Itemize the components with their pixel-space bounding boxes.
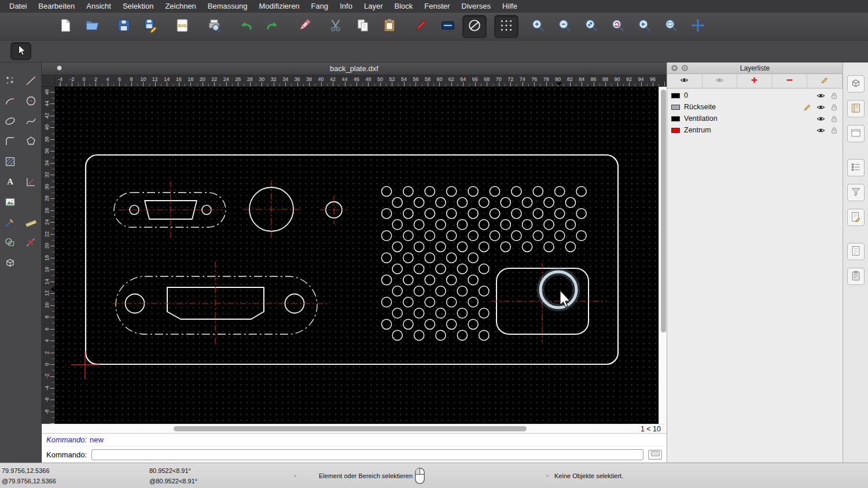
menu-bemassung[interactable]: Bemassung bbox=[202, 0, 253, 13]
zoom-auto-button[interactable] bbox=[579, 15, 604, 38]
line-attributes-button[interactable] bbox=[436, 15, 460, 38]
copy-button[interactable] bbox=[351, 15, 375, 38]
layer-visibility-icon[interactable] bbox=[816, 91, 825, 100]
remove-layer-button[interactable] bbox=[773, 74, 808, 88]
menu-selektion[interactable]: Selektion bbox=[117, 0, 159, 13]
show-all-layers-button[interactable] bbox=[667, 74, 703, 88]
document-titlebar[interactable]: back_plate.dxf bbox=[42, 62, 667, 75]
dock-window-button[interactable] bbox=[847, 125, 865, 142]
export-svg-button[interactable]: SVG bbox=[170, 15, 194, 38]
menu-block[interactable]: Block bbox=[388, 0, 418, 13]
menu-datei[interactable]: Datei bbox=[3, 0, 32, 13]
cut-button[interactable] bbox=[324, 15, 348, 38]
zoom-redraw-icon bbox=[610, 18, 626, 35]
layer-row-ventilation[interactable]: Ventilation bbox=[667, 113, 843, 124]
hatch-tool[interactable] bbox=[1, 153, 20, 172]
layer-name: Ventilation bbox=[684, 114, 812, 123]
menu-fang[interactable]: Fang bbox=[306, 0, 334, 13]
layer-lock-icon[interactable] bbox=[829, 125, 838, 135]
menu-layer[interactable]: Layer bbox=[358, 0, 389, 13]
paste-button[interactable] bbox=[377, 15, 402, 38]
measure-tool[interactable] bbox=[21, 213, 41, 232]
menu-ansicht[interactable]: Ansicht bbox=[80, 0, 117, 13]
zoom-redraw-button[interactable] bbox=[606, 15, 630, 38]
circle-tool[interactable] bbox=[21, 92, 41, 111]
layer-lock-icon[interactable] bbox=[829, 102, 838, 112]
zoom-pan-button[interactable] bbox=[686, 15, 710, 38]
polyline-tool[interactable] bbox=[1, 132, 20, 151]
zoom-previous-button[interactable] bbox=[632, 15, 657, 38]
zoom-in-button[interactable] bbox=[526, 15, 550, 38]
menu-bearbeiten[interactable]: Bearbeiten bbox=[32, 0, 80, 13]
edit-layer-button[interactable] bbox=[807, 74, 843, 88]
layer-row-rückseite[interactable]: Rückseite bbox=[667, 101, 843, 113]
ellipse-tool[interactable] bbox=[1, 112, 20, 131]
layer-lock-icon[interactable] bbox=[829, 114, 838, 123]
open-file-button[interactable] bbox=[80, 15, 104, 38]
edit-attributes-button[interactable] bbox=[409, 15, 433, 38]
panel-close-button[interactable] bbox=[670, 64, 678, 72]
panel-float-button[interactable] bbox=[681, 64, 689, 72]
hide-all-layers-button[interactable] bbox=[703, 74, 738, 88]
layer-visibility-icon[interactable] bbox=[816, 102, 825, 112]
modify-tool[interactable] bbox=[1, 213, 20, 232]
new-document-button[interactable] bbox=[53, 15, 78, 38]
undo-icon bbox=[238, 18, 253, 35]
scissors-icon bbox=[329, 18, 344, 35]
dock-properties-button[interactable] bbox=[847, 209, 865, 226]
dock-block-button[interactable] bbox=[847, 75, 865, 93]
point-tool[interactable] bbox=[1, 72, 20, 91]
snap-tool[interactable] bbox=[21, 234, 41, 253]
block-tool[interactable] bbox=[1, 234, 20, 253]
polygon-tool[interactable] bbox=[21, 132, 41, 151]
menu-fenster[interactable]: Fenster bbox=[418, 0, 455, 13]
zoom-out-button[interactable] bbox=[553, 15, 577, 38]
redo-button[interactable] bbox=[260, 15, 285, 38]
linetype-none-button[interactable] bbox=[462, 15, 487, 38]
horizontal-scroll-thumb[interactable] bbox=[174, 426, 527, 431]
iso-view-tool[interactable] bbox=[1, 254, 20, 273]
grid-toggle-button[interactable] bbox=[494, 15, 518, 38]
drawing-canvas[interactable] bbox=[55, 87, 659, 424]
save-button[interactable] bbox=[112, 15, 136, 38]
menu-hilfe[interactable]: Hilfe bbox=[496, 0, 523, 13]
arc-tool[interactable] bbox=[1, 92, 20, 111]
layer-color-swatch bbox=[671, 116, 680, 121]
line-tool[interactable] bbox=[21, 72, 41, 91]
h-ruler-label: 58 bbox=[425, 76, 431, 82]
image-tool[interactable] bbox=[1, 193, 20, 212]
print-preview-button[interactable] bbox=[202, 15, 226, 38]
hdmi-cutout bbox=[116, 276, 317, 334]
dock-clipboard-button[interactable] bbox=[847, 268, 865, 285]
layer-row-0[interactable]: 0 bbox=[667, 90, 843, 101]
layer-lock-icon[interactable] bbox=[829, 91, 838, 100]
add-layer-button[interactable] bbox=[737, 74, 773, 88]
menu-info[interactable]: Info bbox=[334, 0, 358, 13]
menu-zeichnen[interactable]: Zeichnen bbox=[159, 0, 201, 13]
command-detach-button[interactable] bbox=[648, 450, 662, 460]
horizontal-scrollbar[interactable] bbox=[42, 424, 621, 434]
dock-library-button[interactable] bbox=[847, 100, 865, 117]
layer-visibility-icon[interactable] bbox=[816, 114, 825, 123]
menu-modifizieren[interactable]: Modifizieren bbox=[253, 0, 306, 13]
vertical-ruler: 4644424038363432302826242220181614121086… bbox=[42, 87, 55, 424]
undo-button[interactable] bbox=[234, 15, 258, 38]
zoom-window-button[interactable] bbox=[659, 15, 683, 38]
delete-button[interactable] bbox=[292, 15, 317, 38]
save-as-button[interactable] bbox=[138, 15, 163, 38]
layer-row-zentrum[interactable]: Zentrum bbox=[667, 124, 843, 136]
polyline-icon bbox=[4, 135, 16, 149]
vertical-scrollbar[interactable] bbox=[659, 87, 667, 424]
menu-diverses[interactable]: Diverses bbox=[455, 0, 496, 13]
text-tool[interactable]: A bbox=[1, 173, 20, 192]
layer-visibility-icon[interactable] bbox=[816, 125, 825, 135]
dock-notes-button[interactable] bbox=[847, 243, 865, 260]
vertical-scroll-thumb[interactable] bbox=[661, 90, 666, 332]
spline-tool[interactable] bbox=[21, 112, 41, 131]
dock-list-button[interactable] bbox=[847, 159, 865, 176]
dock-filter-button[interactable] bbox=[847, 184, 865, 201]
h-ruler-label: -4 bbox=[58, 76, 62, 82]
selection-pointer-button[interactable] bbox=[10, 42, 31, 60]
dimension-tool[interactable] bbox=[21, 173, 41, 192]
command-input[interactable] bbox=[91, 449, 643, 460]
